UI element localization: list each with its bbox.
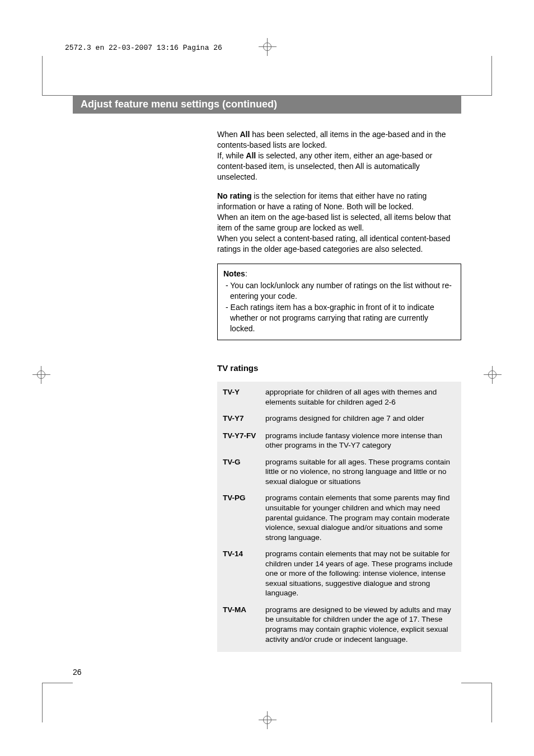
text: When xyxy=(217,130,240,139)
crop-mark xyxy=(42,95,73,96)
bold-text: All xyxy=(246,151,256,160)
rating-row: TV-Y7-FV programs include fantasy violen… xyxy=(223,431,455,450)
note-item: - Each ratings item has a box-graphic in… xyxy=(223,302,455,334)
page-number: 26 xyxy=(73,668,82,677)
page-content: Adjust feature menu settings (continued)… xyxy=(73,95,461,652)
rating-label: TV-Y7 xyxy=(223,414,265,424)
crop-mark xyxy=(461,683,492,683)
rating-row: TV-PG programs contain elements that som… xyxy=(223,493,455,542)
tv-ratings-table: TV-Y appropriate for children of all age… xyxy=(217,382,461,652)
body-column: When All has been selected, all items in… xyxy=(217,129,461,652)
crop-mark xyxy=(42,683,73,683)
section-title-bar: Adjust feature menu settings (continued) xyxy=(73,95,461,114)
rating-label: TV-14 xyxy=(223,549,265,598)
rating-row: TV-Y7 programs designed for children age… xyxy=(223,414,455,424)
crop-mark xyxy=(42,56,43,95)
crop-mark xyxy=(491,683,492,722)
text: When you select a content-based rating, … xyxy=(217,234,450,253)
text: When an item on the age-based list is se… xyxy=(217,213,451,232)
registration-mark-bottom xyxy=(259,711,277,729)
rating-row: TV-G programs suitable for all ages. The… xyxy=(223,457,455,487)
print-slug: 2572.3 en 22-03-2007 13:16 Pagina 26 xyxy=(65,44,222,52)
rating-description: programs contain elements that may not b… xyxy=(265,549,455,598)
rating-label: TV-MA xyxy=(223,605,265,644)
tv-ratings-heading: TV ratings xyxy=(217,363,461,374)
rating-label: TV-Y xyxy=(223,387,265,407)
rating-row: TV-Y appropriate for children of all age… xyxy=(223,387,455,407)
rating-description: programs designed for children age 7 and… xyxy=(265,414,455,424)
bold-text: All xyxy=(240,130,250,139)
rating-row: TV-MA programs are designed to be viewed… xyxy=(223,605,455,644)
crop-mark xyxy=(491,56,492,95)
rating-description: programs suitable for all ages. These pr… xyxy=(265,457,455,487)
rating-label: TV-G xyxy=(223,457,265,487)
text: has been selected, all items in the age-… xyxy=(217,130,446,149)
colon: : xyxy=(245,269,247,278)
rating-label: TV-PG xyxy=(223,493,265,542)
paragraph: When All has been selected, all items in… xyxy=(217,129,461,182)
registration-mark-right xyxy=(484,366,502,384)
rating-description: programs are designed to be viewed by ad… xyxy=(265,605,455,644)
rating-description: programs include fantasy violence more i… xyxy=(265,431,455,450)
rating-row: TV-14 programs contain elements that may… xyxy=(223,549,455,598)
crop-mark xyxy=(42,683,43,722)
registration-mark-left xyxy=(32,366,50,384)
notes-title: Notes xyxy=(223,269,245,278)
rating-description: appropriate for children of all ages wit… xyxy=(265,387,455,407)
note-item: - You can lock/unlock any number of rati… xyxy=(223,280,455,302)
paragraph: No rating is the selection for items tha… xyxy=(217,191,461,254)
bold-text: No rating xyxy=(217,191,251,200)
crop-mark xyxy=(461,95,492,96)
text: If, while xyxy=(217,151,246,160)
registration-mark-top xyxy=(259,38,277,56)
rating-label: TV-Y7-FV xyxy=(223,431,265,450)
rating-description: programs contain elements that some pare… xyxy=(265,493,455,542)
notes-box: Notes: - You can lock/unlock any number … xyxy=(217,264,461,340)
